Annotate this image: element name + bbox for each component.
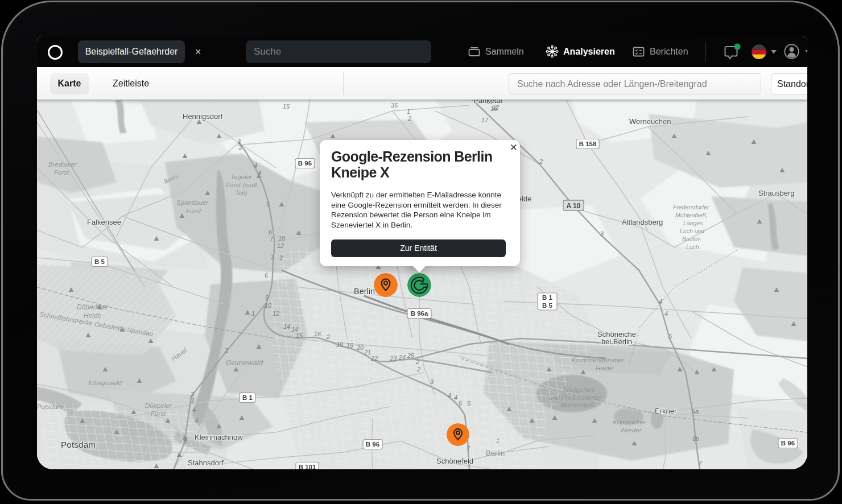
svg-text:Stahnsdorf: Stahnsdorf	[188, 458, 224, 467]
svg-text:5: 5	[467, 400, 471, 407]
svg-text:B 5: B 5	[94, 258, 105, 265]
svg-text:1: 1	[251, 310, 255, 317]
svg-text:Köpenicker: Köpenicker	[613, 419, 646, 425]
svg-text:Döberitzer: Döberitzer	[77, 303, 109, 311]
svg-text:Fredersdorfer: Fredersdorfer	[673, 204, 709, 210]
svg-text:Hennigsdorf: Hennigsdorf	[183, 112, 222, 121]
svg-text:Werder: Werder	[620, 427, 642, 433]
svg-text:Potsdam: Potsdam	[61, 440, 96, 449]
svg-text:6: 6	[269, 229, 273, 236]
svg-text:Falkensee: Falkensee	[87, 218, 121, 226]
svg-text:9: 9	[265, 294, 269, 301]
svg-text:4: 4	[664, 310, 668, 317]
svg-text:12: 12	[492, 104, 499, 111]
svg-text:Berlin: Berlin	[486, 449, 505, 457]
svg-text:17: 17	[481, 117, 489, 123]
svg-text:2: 2	[415, 358, 419, 365]
svg-text:3: 3	[600, 230, 604, 237]
svg-text:4: 4	[659, 298, 662, 305]
svg-text:3: 3	[279, 254, 283, 261]
svg-text:12: 12	[273, 310, 279, 317]
svg-text:Kleinmachnow: Kleinmachnow	[195, 433, 243, 441]
svg-text:25: 25	[407, 352, 415, 359]
svg-text:B 5: B 5	[542, 302, 553, 309]
svg-text:B 96: B 96	[781, 440, 795, 447]
svg-text:6b: 6b	[692, 435, 699, 442]
svg-text:Erkner: Erkner	[655, 407, 677, 415]
svg-text:B 158: B 158	[579, 141, 597, 147]
svg-text:Luch und: Luch und	[680, 228, 705, 234]
svg-text:14: 14	[283, 323, 290, 330]
svg-text:Tegeler: Tegeler	[230, 173, 253, 180]
svg-text:Forst (sudl.: Forst (sudl.	[226, 181, 259, 188]
svg-text:B 96a: B 96a	[411, 310, 428, 317]
svg-text:B 96: B 96	[298, 160, 312, 167]
svg-text:2: 2	[539, 158, 543, 165]
svg-text:15: 15	[296, 332, 303, 339]
svg-text:3: 3	[430, 378, 434, 385]
svg-text:Teil): Teil)	[235, 189, 247, 196]
svg-text:Mühlenfließ,: Mühlenfließ,	[675, 212, 708, 218]
svg-text:16: 16	[314, 331, 321, 337]
svg-text:5: 5	[459, 400, 463, 407]
svg-text:4: 4	[258, 170, 261, 176]
svg-text:Altlandsberg: Altlandsberg	[622, 218, 663, 226]
svg-text:19: 19	[346, 342, 353, 349]
svg-text:2: 2	[326, 333, 330, 340]
svg-text:Strausberg: Strausberg	[758, 189, 795, 197]
svg-text:3: 3	[271, 254, 275, 261]
svg-text:7: 7	[699, 460, 703, 466]
svg-text:Krummendammer: Krummendammer	[572, 357, 625, 363]
svg-text:Luch: Luch	[686, 243, 699, 250]
svg-text:Forst: Forst	[54, 169, 69, 176]
svg-text:15: 15	[283, 103, 290, 110]
svg-text:3: 3	[238, 144, 242, 151]
svg-text:22: 22	[370, 355, 378, 362]
svg-text:und Fredersdorfer: und Fredersdorfer	[549, 394, 602, 401]
svg-text:Königswald: Königswald	[88, 379, 122, 386]
svg-text:4: 4	[195, 417, 198, 424]
svg-text:Müggelsee: Müggelsee	[563, 386, 595, 393]
svg-text:2: 2	[416, 366, 420, 373]
svg-text:1: 1	[496, 437, 500, 444]
svg-text:10: 10	[278, 235, 286, 242]
svg-text:1: 1	[407, 108, 410, 115]
svg-text:Grunewald: Grunewald	[226, 358, 263, 367]
svg-text:7: 7	[467, 445, 470, 452]
svg-text:35: 35	[391, 102, 398, 109]
svg-text:Spandauer: Spandauer	[176, 199, 209, 206]
svg-text:Düppeler: Düppeler	[145, 402, 172, 409]
svg-text:24: 24	[398, 354, 406, 361]
svg-text:4: 4	[454, 394, 457, 401]
svg-text:A 10: A 10	[567, 202, 581, 210]
svg-text:B 101: B 101	[299, 464, 316, 469]
svg-text:2: 2	[224, 347, 228, 354]
svg-text:B 96: B 96	[366, 441, 379, 448]
svg-text:Mühlenfließ: Mühlenfließ	[560, 402, 594, 408]
svg-text:Panketal: Panketal	[473, 100, 502, 105]
svg-text:Berlin: Berlin	[354, 287, 375, 296]
svg-text:20: 20	[356, 344, 364, 351]
svg-text:6: 6	[265, 272, 269, 279]
svg-text:2: 2	[407, 115, 411, 122]
svg-text:4: 4	[254, 162, 257, 169]
svg-text:4: 4	[192, 406, 196, 413]
svg-text:Bredower: Bredower	[48, 161, 77, 168]
svg-text:5: 5	[266, 201, 270, 208]
svg-text:23: 23	[389, 355, 397, 362]
svg-text:10: 10	[265, 302, 272, 309]
svg-text:Forst: Forst	[186, 208, 201, 214]
svg-text:7: 7	[270, 236, 274, 242]
svg-text:Forst: Forst	[151, 410, 166, 417]
svg-text:6a: 6a	[692, 408, 699, 415]
svg-text:5: 5	[668, 333, 672, 340]
svg-text:5: 5	[184, 437, 188, 444]
svg-text:Schönefeld: Schönefeld	[436, 457, 473, 465]
svg-text:bei Berlin: bei Berlin	[601, 337, 632, 346]
svg-text:12: 12	[277, 242, 284, 249]
svg-text:Werneuchen: Werneuchen	[629, 117, 671, 126]
svg-text:4: 4	[448, 392, 451, 399]
svg-text:21: 21	[364, 349, 371, 356]
svg-text:Potsdam: Potsdam	[37, 403, 63, 410]
svg-text:B 1: B 1	[542, 294, 553, 301]
